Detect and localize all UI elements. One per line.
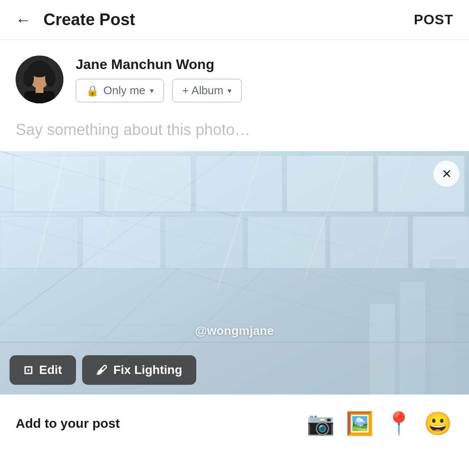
svg-rect-23 — [248, 216, 326, 268]
back-button[interactable]: ← — [16, 12, 31, 28]
privacy-button[interactable]: 🔒 Only me ▾ — [76, 79, 164, 102]
user-name: Jane Manchun Wong — [76, 56, 242, 73]
album-label: + Album — [182, 84, 224, 97]
user-controls: 🔒 Only me ▾ + Album ▾ — [76, 79, 242, 102]
photo-actions: ⊡ Edit 🖌 Fix Lighting — [10, 355, 196, 385]
avatar — [16, 56, 63, 103]
user-section: Jane Manchun Wong 🔒 Only me ▾ + Album ▾ — [0, 40, 469, 114]
user-info: Jane Manchun Wong 🔒 Only me ▾ + Album ▾ — [76, 56, 242, 102]
add-to-post-label: Add to your post — [16, 416, 120, 431]
svg-rect-6 — [24, 91, 55, 103]
camera-icon: 📷 — [307, 410, 335, 437]
edit-icon: ⊡ — [23, 364, 33, 377]
caption-placeholder[interactable]: Say something about this photo… — [16, 121, 250, 139]
post-button[interactable]: POST — [414, 12, 453, 28]
svg-rect-7 — [36, 87, 43, 93]
privacy-label: Only me — [103, 84, 145, 97]
svg-point-5 — [29, 62, 50, 77]
header-left: ← Create Post — [16, 10, 135, 29]
close-icon: ✕ — [442, 167, 452, 181]
fix-lighting-label: Fix Lighting — [113, 363, 182, 377]
emoji-icon: 😀 — [424, 410, 452, 437]
svg-rect-20 — [0, 216, 78, 268]
photo-watermark: @wongmjane — [195, 324, 274, 338]
page-title: Create Post — [43, 10, 135, 29]
action-icons: 📷 🖼️ 📍 😀 — [305, 408, 453, 439]
location-button[interactable]: 📍 — [383, 408, 414, 439]
caption-area: Say something about this photo… — [0, 114, 469, 151]
album-chevron-icon: ▾ — [228, 86, 231, 96]
svg-rect-24 — [330, 216, 408, 268]
lock-icon: 🔒 — [86, 85, 99, 97]
svg-rect-21 — [83, 216, 161, 268]
edit-label: Edit — [39, 363, 62, 377]
header: ← Create Post POST — [0, 0, 469, 40]
album-button[interactable]: + Album ▾ — [172, 79, 242, 102]
privacy-chevron-icon: ▾ — [150, 86, 154, 96]
photo-container: ✕ @wongmjane ⊡ Edit 🖌 Fix Lighting — [0, 151, 469, 394]
close-photo-button[interactable]: ✕ — [433, 161, 459, 187]
edit-button[interactable]: ⊡ Edit — [10, 355, 76, 385]
fix-lighting-button[interactable]: 🖌 Fix Lighting — [82, 355, 196, 385]
brush-icon: 🖌 — [96, 364, 107, 377]
svg-rect-16 — [104, 155, 191, 212]
emoji-button[interactable]: 😀 — [422, 408, 453, 439]
svg-rect-17 — [195, 155, 282, 212]
photo-gallery-button[interactable]: 🖼️ — [344, 408, 375, 439]
photo-gallery-icon: 🖼️ — [346, 410, 374, 437]
bottom-bar: Add to your post 📷 🖼️ 📍 😀 — [0, 394, 469, 452]
camera-button[interactable]: 📷 — [305, 408, 336, 439]
location-icon: 📍 — [385, 410, 413, 437]
